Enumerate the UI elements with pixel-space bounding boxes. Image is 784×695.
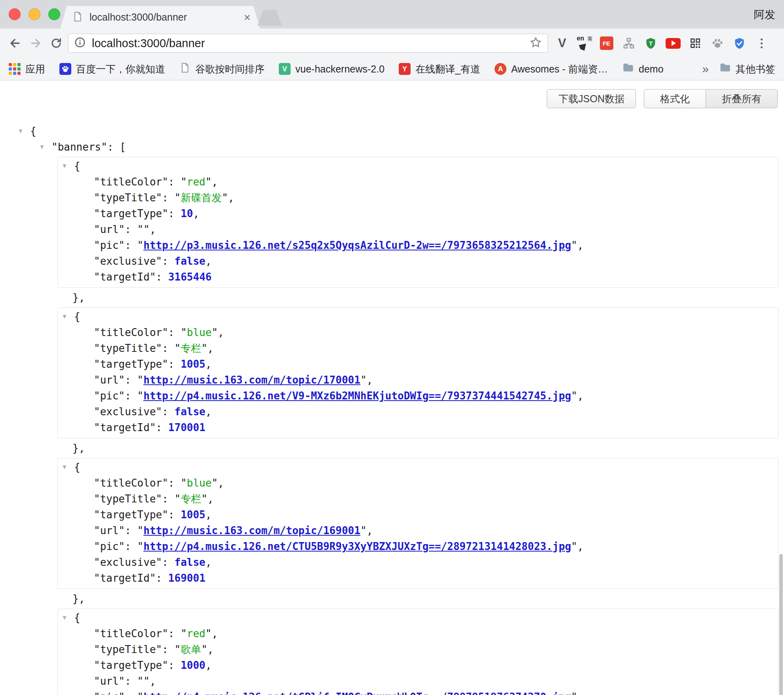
tab-close-icon[interactable]: × xyxy=(244,11,251,23)
json-key: "targetType" xyxy=(94,509,168,521)
paw-extension-icon[interactable] xyxy=(708,34,727,53)
window-close-button[interactable] xyxy=(9,8,21,20)
json-object-open: ▼{ xyxy=(58,459,778,475)
vimium-extension-icon[interactable]: V xyxy=(553,34,571,53)
json-string: blue xyxy=(187,477,212,489)
json-punct: " xyxy=(201,493,207,505)
json-punct: : xyxy=(162,192,174,204)
json-punct: " xyxy=(201,342,207,354)
svg-text:T: T xyxy=(649,40,653,47)
json-root-open: ▼{ xyxy=(0,123,784,139)
json-key: "typeTitle" xyxy=(94,493,162,505)
back-button[interactable] xyxy=(5,33,25,53)
collapse-toggle-icon[interactable]: ▼ xyxy=(61,610,74,626)
download-json-button[interactable]: 下载JSON数据 xyxy=(547,89,636,108)
json-key: "titleColor" xyxy=(94,326,168,338)
json-url-link[interactable]: http://p3.music.126.net/s25q2x5QyqsAzilC… xyxy=(143,239,571,251)
json-boolean: false xyxy=(175,406,206,418)
json-punct: : xyxy=(168,509,181,521)
fe-extension-icon[interactable]: FE xyxy=(597,34,616,53)
qr-code-extension-icon[interactable] xyxy=(686,34,704,53)
forward-button[interactable] xyxy=(25,33,46,53)
vimium-letter: V xyxy=(558,36,566,50)
bookmark-demo-folder[interactable]: demo xyxy=(622,62,664,76)
json-field-line: "targetId": 3165446 xyxy=(58,269,778,285)
reload-button[interactable] xyxy=(46,33,67,53)
json-punct: " xyxy=(360,525,367,537)
collapse-all-button[interactable]: 折叠所有 xyxy=(706,89,778,108)
other-bookmarks-folder[interactable]: 其他书签 xyxy=(719,62,775,76)
json-object-close: }, xyxy=(0,440,784,456)
shield-check-extension-icon[interactable] xyxy=(730,34,749,53)
bookmark-youdao[interactable]: Y 在线翻译_有道 xyxy=(399,63,480,76)
json-url-link[interactable]: http://p4.music.126.net/V9-MXz6b2MNhEKju… xyxy=(143,390,571,402)
collapse-toggle-icon[interactable]: ▼ xyxy=(17,123,30,139)
url-text[interactable]: localhost:3000/banner xyxy=(92,37,529,50)
bookmark-vue-hackernews[interactable]: V vue-hackernews-2.0 xyxy=(279,63,384,75)
json-field-line: "pic": "http://p4.music.126.net/tGPljf-I… xyxy=(58,689,778,695)
json-punct: , xyxy=(150,675,156,687)
translate-extension-icon[interactable]: en 英 xyxy=(575,34,594,53)
collapse-toggle-icon[interactable]: ▼ xyxy=(39,139,51,155)
json-punct: : xyxy=(125,223,137,235)
json-url-link[interactable]: http://music.163.com/m/topic/169001 xyxy=(143,525,360,537)
json-key: "url" xyxy=(94,374,125,386)
json-punct: : xyxy=(162,643,174,655)
json-url-link[interactable]: http://p4.music.126.net/tGPljf-IMOCyPvum… xyxy=(143,691,571,695)
bookmark-label: 应用 xyxy=(25,63,45,76)
json-boolean: false xyxy=(175,255,206,267)
json-key: "url" xyxy=(94,675,125,687)
json-punct: , xyxy=(577,691,584,695)
json-punct: , xyxy=(367,525,373,537)
fe-letters: FE xyxy=(600,36,613,50)
profile-name[interactable]: 阿发 xyxy=(754,8,775,22)
bookmark-star-icon[interactable] xyxy=(529,36,542,50)
json-key: "titleColor" xyxy=(94,176,168,188)
collapse-toggle-icon[interactable]: ▼ xyxy=(61,309,74,325)
scrollbar-thumb[interactable] xyxy=(779,554,783,695)
address-bar[interactable]: localhost:3000/banner xyxy=(68,34,548,53)
bookmark-label: 其他书签 xyxy=(736,63,775,76)
bookmark-google-sort[interactable]: 谷歌按时间排序 xyxy=(179,62,265,76)
collapse-toggle-icon[interactable]: ▼ xyxy=(61,459,74,475)
browser-menu-button[interactable] xyxy=(752,34,771,53)
bookmark-apps[interactable]: 应用 xyxy=(9,63,45,76)
json-punct: " xyxy=(137,540,144,552)
json-punct: " xyxy=(175,643,181,655)
json-key: "exclusive" xyxy=(94,556,162,568)
t-shield-extension-icon[interactable]: T xyxy=(641,34,660,53)
json-punct: , xyxy=(218,326,224,338)
json-key: "targetId" xyxy=(94,422,156,433)
bookmarks-overflow-chevron[interactable]: » xyxy=(702,62,709,76)
json-punct: , xyxy=(206,255,212,267)
json-number: 3165446 xyxy=(168,271,212,283)
window-titlebar: localhost:3000/banner × 阿发 xyxy=(0,0,784,29)
window-zoom-button[interactable] xyxy=(48,8,60,20)
json-key: "targetType" xyxy=(94,358,168,370)
sitemap-extension-icon[interactable] xyxy=(619,34,638,53)
json-url-link[interactable]: http://p4.music.126.net/CTU5B9R9y3XyYBZX… xyxy=(143,540,571,552)
collapse-toggle-icon[interactable]: ▼ xyxy=(61,158,74,174)
page-info-icon[interactable] xyxy=(74,36,86,50)
new-tab-button[interactable] xyxy=(257,10,282,26)
json-punct: , xyxy=(577,390,584,402)
json-key: "targetType" xyxy=(94,208,168,220)
json-punct: , xyxy=(207,643,214,655)
baidu-paw-icon xyxy=(59,63,71,75)
bookmark-awesomes[interactable]: A Awesomes - 前端资… xyxy=(495,63,608,76)
json-field-line: "typeTitle": "新碟首发", xyxy=(58,190,778,206)
json-string: 歌单 xyxy=(181,643,201,655)
json-object-close: }, xyxy=(0,591,784,607)
browser-tab[interactable]: localhost:3000/banner × xyxy=(60,6,260,29)
json-string: 专栏 xyxy=(181,342,201,354)
youtube-extension-icon[interactable] xyxy=(664,34,682,53)
format-button[interactable]: 格式化 xyxy=(644,89,706,108)
window-minimize-button[interactable] xyxy=(29,8,40,20)
json-punct: : [ xyxy=(107,141,126,153)
json-key: "pic" xyxy=(94,691,125,695)
json-url-link[interactable]: http://music.163.com/m/topic/170001 xyxy=(143,374,360,386)
json-punct: , xyxy=(206,358,212,370)
youdao-icon: Y xyxy=(399,63,411,75)
json-viewer-controls: 下载JSON数据 格式化 折叠所有 xyxy=(547,89,778,108)
bookmark-baidu[interactable]: 百度一下，你就知道 xyxy=(59,63,165,76)
